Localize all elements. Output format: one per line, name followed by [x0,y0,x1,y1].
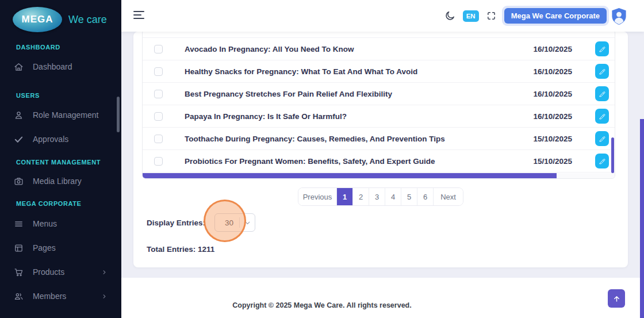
display-entries-value: 30 [215,219,239,227]
article-title: Best Pregnancy Stretches For Pain Relief… [185,90,519,98]
table-row: Healthy Snacks for Pregnancy: What To Ea… [143,60,615,83]
pagination-page-1[interactable]: 1 [336,188,352,205]
sidebar-scrollbar[interactable] [117,97,120,132]
top-header: EN Mega We Care Corporate [121,0,644,32]
check-icon [14,135,24,144]
article-title: Probiotics For Pregnant Women: Benefits,… [185,157,519,166]
table-row: Best Pregnancy Stretches For Pain Relief… [143,83,615,105]
edit-button[interactable] [595,109,609,124]
row-checkbox[interactable] [154,45,163,53]
row-checkbox[interactable] [154,67,163,76]
pencil-icon [599,68,606,75]
pencil-icon [599,113,606,120]
menu-toggle-icon[interactable] [133,11,145,20]
articles-table: Avocado In Pregnancy: All You Need To Kn… [142,32,615,179]
table-row: Probiotics For Pregnant Women: Benefits,… [143,150,615,173]
pagination-page-4[interactable]: 4 [385,188,401,205]
pagination: Previous 1 2 3 4 5 6 Next [133,187,628,206]
edit-button[interactable] [595,64,609,79]
row-checkbox[interactable] [154,157,163,166]
pagination-page-5[interactable]: 5 [401,188,417,205]
dark-mode-moon-icon[interactable] [444,10,455,21]
page-scrollbar[interactable] [640,119,644,318]
article-date: 15/10/2025 [519,135,572,143]
section-mega-corporate: MEGA CORPORATE [16,200,82,207]
table-row: Papaya In Pregnancy: Is It Safe Or Harmf… [143,105,615,128]
chevron-right-icon [101,269,108,275]
members-icon [14,292,24,301]
article-title: Healthy Snacks for Pregnancy: What To Ea… [185,67,519,76]
pencil-icon [599,90,606,98]
user-icon [14,110,24,120]
menu-lines-icon [14,219,24,229]
table-horizontal-scrollbar[interactable] [143,173,557,178]
table-vertical-scrollbar[interactable] [611,137,614,173]
sidebar-item-role-management[interactable]: Role Management [0,107,121,123]
pencil-icon [599,135,606,143]
content-card: Avocado In Pregnancy: All You Need To Kn… [133,32,628,267]
sidebar-item-pages[interactable]: Pages [0,240,121,256]
article-date: 16/10/2025 [519,45,572,53]
display-entries-label: Display Entries: [147,219,205,227]
pagination-page-6[interactable]: 6 [417,188,433,205]
cart-icon [14,267,24,277]
article-date: 16/10/2025 [519,112,572,121]
fullscreen-icon[interactable] [486,11,496,21]
row-checkbox[interactable] [154,90,163,98]
pagination-page-2[interactable]: 2 [352,188,369,205]
pagination-page-3[interactable]: 3 [369,188,385,205]
sidebar-item-media-library[interactable]: Media Library [0,173,121,189]
edit-button[interactable] [595,86,609,101]
main-content: Avocado In Pregnancy: All You Need To Kn… [121,32,644,278]
section-users: USERS [16,92,40,99]
mega-logo-icon: MEGA [13,7,62,32]
sidebar-item-products[interactable]: Products [0,264,121,280]
article-date: 16/10/2025 [519,67,572,76]
sidebar-item-dashboard[interactable]: Dashboard [0,59,121,75]
article-title: Avocado In Pregnancy: All You Need To Kn… [185,45,519,53]
edit-button[interactable] [595,131,609,146]
table-row-clipped [143,32,615,38]
edit-button[interactable] [595,41,609,56]
article-title: Toothache During Pregnancy: Causes, Reme… [185,135,519,143]
account-pill: Mega We Care Corporate [502,6,609,26]
row-checkbox[interactable] [154,135,163,143]
article-title: Papaya In Pregnancy: Is It Safe Or Harmf… [185,112,519,121]
pencil-icon [599,158,606,165]
section-content-management: CONTENT MANAGEMENT [16,159,101,166]
article-date: 16/10/2025 [519,90,572,98]
home-icon [14,62,24,72]
pagination-previous[interactable]: Previous [298,188,336,205]
sidebar-item-menus[interactable]: Menus [0,216,121,232]
arrow-up-icon [612,294,621,303]
row-checkbox[interactable] [154,112,163,121]
brand-logo[interactable]: MEGA We care [13,7,107,32]
logo-tagline: We care [68,14,107,26]
table-horizontal-scrollbar-track [143,173,615,178]
pagination-next[interactable]: Next [433,188,463,205]
chevron-right-icon [101,293,108,300]
sidebar-item-cutoff[interactable] [0,314,121,318]
edit-button[interactable] [595,154,609,168]
display-entries-select[interactable]: 30 [214,213,255,232]
pages-icon [14,243,24,253]
media-icon [14,177,24,186]
table-row: Avocado In Pregnancy: All You Need To Kn… [143,38,615,60]
table-row: Toothache During Pregnancy: Causes, Reme… [143,128,615,150]
account-button[interactable]: Mega We Care Corporate [504,8,607,24]
article-date: 15/10/2025 [519,157,572,166]
avatar-shield-icon[interactable] [610,7,628,25]
chevron-down-icon [240,219,255,227]
scroll-to-top-button[interactable] [608,289,625,308]
sidebar-item-members[interactable]: Members [0,288,121,304]
sidebar-item-approvals[interactable]: Approvals [0,131,121,147]
pencil-icon [599,45,606,53]
sidebar: MEGA We care DASHBOARD Dashboard USERS R… [0,0,121,318]
language-badge[interactable]: EN [463,10,479,22]
total-entries: Total Entries: 1211 [147,245,214,254]
logo-brand-text: MEGA [22,14,53,25]
section-dashboard: DASHBOARD [16,44,60,51]
